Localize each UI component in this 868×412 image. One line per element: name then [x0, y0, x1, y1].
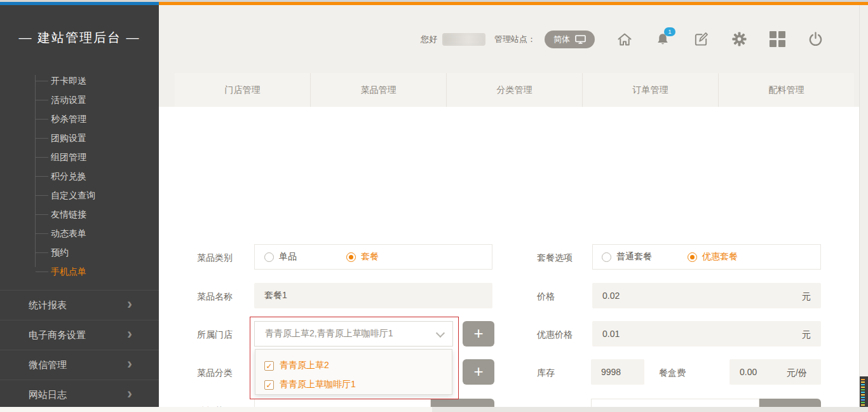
price-label: 价格: [537, 291, 555, 303]
sidebar-section-ecommerce[interactable]: 电子商务设置 ›: [0, 320, 159, 350]
dish-category-label: 菜品分类: [197, 367, 233, 379]
radio-label: 优惠套餐: [702, 251, 738, 263]
radio-icon: [346, 252, 356, 262]
checkbox-checked-icon[interactable]: ✓: [264, 361, 274, 371]
section-label: 微信管理: [29, 359, 67, 371]
notifications-button[interactable]: 1: [654, 31, 671, 48]
add-category-button[interactable]: +: [463, 359, 494, 385]
dish-type-radio-group: 单品 套餐: [254, 244, 492, 270]
form-panel: 菜品类别 单品 套餐 菜品名称 所属门店 青青原上草2,青青原上草咖啡厅1: [159, 107, 859, 407]
radio-label: 套餐: [361, 251, 379, 263]
discount-price-unit: 元: [802, 329, 811, 341]
tab-store-management[interactable]: 门店管理: [175, 73, 311, 107]
sidebar-section-site-logs[interactable]: 网站日志 ›: [0, 380, 159, 407]
store-option-1[interactable]: ✓ 青青原上草2: [264, 356, 452, 375]
vertical-scrollbar[interactable]: [859, 5, 868, 412]
box-fee-input[interactable]: [729, 359, 821, 385]
radio-label: 普通套餐: [616, 251, 652, 263]
edit-button[interactable]: [693, 31, 709, 48]
grid-icon: [770, 31, 785, 47]
section-label: 网站日志: [29, 389, 67, 401]
main-area: 您好 管理站点： 简体: [159, 5, 868, 407]
store-select-value: 青青原上草2,青青原上草咖啡厅1: [265, 328, 393, 340]
chevron-down-icon: [436, 329, 445, 338]
horizontal-scrollbar-thumb[interactable]: [0, 407, 432, 412]
price-unit: 元: [802, 291, 811, 303]
tab-dish-management[interactable]: 菜品管理: [311, 73, 447, 107]
combo-option-label: 套餐选项: [537, 252, 573, 264]
section-label: 电子商务设置: [29, 329, 86, 341]
sidebar: — 建站管理后台 — 开卡即送 活动设置 秒杀管理 团购设置 组团管理 积分兑换…: [0, 5, 159, 407]
logout-button[interactable]: [807, 31, 824, 48]
sidebar-section-wechat[interactable]: 微信管理 ›: [0, 350, 159, 380]
username-redacted: [442, 33, 485, 46]
managed-site-label: 管理站点：: [494, 34, 536, 45]
chevron-right-icon: ›: [127, 355, 132, 373]
radio-normal-combo[interactable]: 普通套餐: [602, 251, 652, 263]
gear-icon: [731, 31, 747, 47]
tab-category-management[interactable]: 分类管理: [447, 73, 583, 107]
sidebar-item-activity-settings[interactable]: 活动设置: [0, 90, 159, 109]
horizontal-scrollbar[interactable]: [0, 407, 868, 412]
chevron-right-icon: ›: [127, 295, 132, 313]
sidebar-item-flash-sale[interactable]: 秒杀管理: [0, 109, 159, 128]
apps-button[interactable]: [769, 31, 785, 48]
radio-label: 单品: [279, 251, 297, 263]
edit-icon: [693, 31, 709, 47]
app-logo: — 建站管理后台 —: [0, 5, 159, 70]
sidebar-section-statistics[interactable]: 统计报表 ›: [0, 290, 159, 320]
stock-input[interactable]: [591, 359, 644, 385]
sidebar-menu: 开卡即送 活动设置 秒杀管理 团购设置 组团管理 积分兑换 自定义查询 友情链接…: [0, 70, 159, 281]
chevron-right-icon: ›: [127, 325, 132, 343]
dish-type-label: 菜品类别: [197, 252, 233, 264]
radio-combo[interactable]: 套餐: [346, 251, 379, 263]
sidebar-item-open-card-gift[interactable]: 开卡即送: [0, 71, 159, 90]
combo-option-radio-group: 普通套餐 优惠套餐: [592, 244, 821, 270]
box-fee-label: 餐盒费: [659, 367, 686, 379]
sidebar-item-friend-links[interactable]: 友情链接: [0, 205, 159, 224]
radio-discount-combo[interactable]: 优惠套餐: [688, 251, 738, 263]
store-select[interactable]: 青青原上草2,青青原上草咖啡厅1: [254, 321, 453, 347]
power-icon: [808, 31, 824, 47]
box-fee-unit: 元/份: [787, 367, 807, 379]
sidebar-item-reservation[interactable]: 预约: [0, 243, 159, 262]
sidebar-item-dynamic-form[interactable]: 动态表单: [0, 224, 159, 243]
language-label: 简体: [553, 34, 570, 45]
home-button[interactable]: [616, 31, 633, 48]
radio-icon: [264, 252, 274, 262]
discount-price-label: 优惠价格: [537, 329, 573, 341]
stock-label: 库存: [537, 367, 555, 379]
sidebar-item-custom-query[interactable]: 自定义查询: [0, 186, 159, 205]
store-option-2[interactable]: ✓ 青青原上草咖啡厅1: [264, 375, 452, 394]
checkbox-checked-icon[interactable]: ✓: [264, 380, 274, 390]
notification-badge: 1: [664, 27, 675, 36]
section-label: 统计报表: [29, 299, 67, 312]
tab-order-management[interactable]: 订单管理: [583, 73, 719, 107]
monitor-icon: [575, 35, 586, 44]
store-option-label: 青青原上草咖啡厅1: [280, 379, 356, 390]
chevron-right-icon: ›: [127, 385, 132, 402]
price-input[interactable]: [592, 283, 821, 308]
dish-name-label: 菜品名称: [197, 291, 233, 303]
radio-icon: [688, 252, 697, 262]
content-tabs: 门店管理 菜品管理 分类管理 订单管理 配料管理: [175, 73, 854, 107]
dish-name-input[interactable]: [254, 283, 492, 308]
app-window: — 建站管理后台 — 开卡即送 活动设置 秒杀管理 团购设置 组团管理 积分兑换…: [0, 0, 868, 412]
radio-single-item[interactable]: 单品: [264, 251, 297, 263]
sidebar-item-team-management[interactable]: 组团管理: [0, 148, 159, 167]
sidebar-item-points-exchange[interactable]: 积分兑换: [0, 167, 159, 186]
radio-icon: [602, 252, 611, 262]
add-store-button[interactable]: +: [463, 321, 494, 347]
settings-button[interactable]: [731, 31, 747, 48]
sidebar-item-group-buy[interactable]: 团购设置: [0, 128, 159, 148]
sidebar-sections: 统计报表 › 电子商务设置 › 微信管理 › 网站日志 ›: [0, 290, 159, 407]
tab-ingredient-management[interactable]: 配料管理: [719, 73, 854, 107]
top-header: 您好 管理站点： 简体: [159, 5, 859, 73]
store-label: 所属门店: [197, 329, 233, 341]
sidebar-item-mobile-ordering[interactable]: 手机点单: [0, 262, 159, 281]
store-option-label: 青青原上草2: [280, 360, 329, 371]
discount-price-input[interactable]: [592, 321, 821, 347]
home-icon: [616, 31, 633, 48]
language-button[interactable]: 简体: [545, 31, 595, 48]
greeting-text: 您好: [421, 34, 437, 45]
